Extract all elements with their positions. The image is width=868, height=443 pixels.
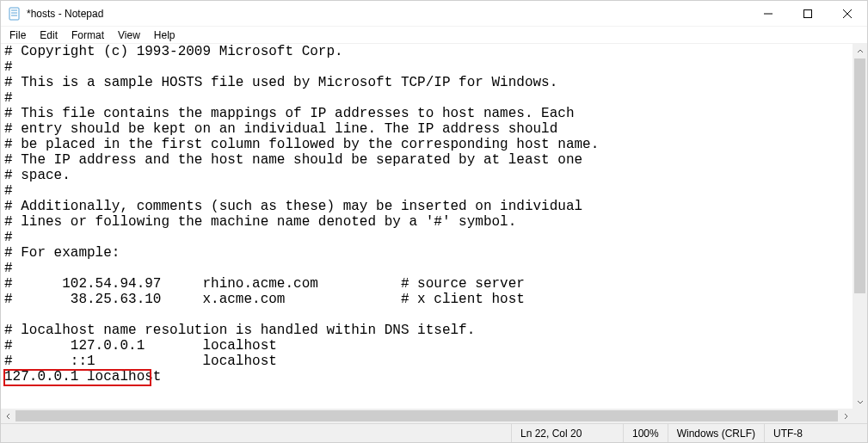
window-title: *hosts - Notepad xyxy=(27,8,103,20)
close-icon xyxy=(843,9,852,18)
scroll-corner xyxy=(853,409,867,423)
scroll-right-button[interactable] xyxy=(838,409,853,423)
close-button[interactable] xyxy=(828,1,867,27)
svg-rect-5 xyxy=(804,9,812,17)
vertical-scroll-thumb[interactable] xyxy=(854,58,865,293)
status-lncol: Ln 22, Col 20 xyxy=(511,424,623,442)
status-zoom[interactable]: 100% xyxy=(623,424,668,442)
chevron-right-icon xyxy=(842,413,849,420)
scroll-down-button[interactable] xyxy=(853,394,867,409)
menubar: File Edit Format View Help xyxy=(1,27,867,44)
chevron-left-icon xyxy=(5,413,12,420)
notepad-icon xyxy=(8,7,22,21)
scroll-up-button[interactable] xyxy=(853,44,867,58)
vertical-scroll-track[interactable] xyxy=(853,58,867,394)
minimize-button[interactable] xyxy=(748,1,788,27)
titlebar[interactable]: *hosts - Notepad xyxy=(1,1,867,27)
chevron-up-icon xyxy=(857,48,864,55)
horizontal-scrollbar[interactable] xyxy=(1,409,853,423)
menu-file[interactable]: File xyxy=(3,28,33,42)
status-encoding: UTF-8 xyxy=(764,424,867,442)
menu-edit[interactable]: Edit xyxy=(33,28,65,42)
maximize-button[interactable] xyxy=(788,1,828,27)
maximize-icon xyxy=(803,9,812,18)
chevron-down-icon xyxy=(857,398,864,405)
minimize-icon xyxy=(764,9,773,18)
status-lineending: Windows (CRLF) xyxy=(668,424,764,442)
menu-help[interactable]: Help xyxy=(147,28,182,42)
text-editor[interactable]: # Copyright (c) 1993-2009 Microsoft Corp… xyxy=(1,44,853,409)
notepad-window: *hosts - Notepad File Edit Format View H… xyxy=(0,0,868,443)
menu-view[interactable]: View xyxy=(111,28,147,42)
menu-format[interactable]: Format xyxy=(65,28,111,42)
editor-area: # Copyright (c) 1993-2009 Microsoft Corp… xyxy=(1,44,867,423)
svg-rect-0 xyxy=(9,8,19,20)
statusbar: Ln 22, Col 20 100% Windows (CRLF) UTF-8 xyxy=(1,423,867,442)
vertical-scrollbar[interactable] xyxy=(853,44,867,409)
status-empty xyxy=(1,424,511,442)
horizontal-scroll-track[interactable] xyxy=(15,409,838,423)
scroll-left-button[interactable] xyxy=(1,409,15,423)
horizontal-scroll-thumb[interactable] xyxy=(15,410,838,421)
